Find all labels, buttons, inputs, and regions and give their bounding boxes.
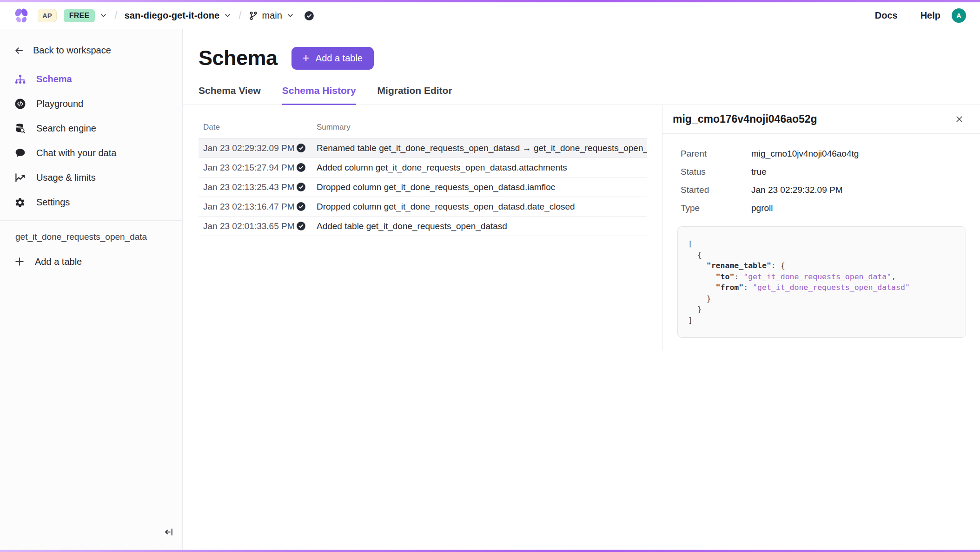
- detail-label: Status: [681, 167, 751, 177]
- chevron-down-icon: [286, 12, 294, 20]
- sidebar-nav: Schema Playground: [0, 67, 182, 215]
- code-line: "to": "get_it_done_requests_open_data",: [688, 271, 955, 283]
- arrow-left-icon: [14, 46, 24, 56]
- row-summary: Dropped column get_it_done_requests_open…: [317, 202, 647, 212]
- usage-chart-icon: [14, 172, 26, 184]
- breadcrumb-separator: /: [114, 9, 117, 22]
- sidebar-item-label: Playground: [36, 99, 83, 109]
- search-database-icon: [14, 123, 26, 134]
- code-line: }: [688, 293, 955, 304]
- tab-migration-editor[interactable]: Migration Editor: [377, 85, 452, 105]
- row-date: Jan 23 02:01:33.65 PM: [199, 221, 296, 231]
- sidebar-item-label: Usage & limits: [36, 172, 96, 183]
- detail-value-status: true: [751, 167, 966, 177]
- sidebar-item-label: Settings: [36, 197, 70, 208]
- gear-icon: [14, 197, 26, 208]
- chat-bubble-icon: [14, 147, 26, 159]
- plan-dropdown[interactable]: FREE: [64, 9, 107, 22]
- table-row[interactable]: Jan 23 02:13:16.47 PMDropped column get_…: [199, 197, 647, 217]
- collapse-sidebar-button[interactable]: [162, 525, 177, 539]
- detail-value-parent: mig_cmo10jv4noji046ao4tg: [751, 149, 966, 159]
- check-circle-icon: [296, 182, 317, 192]
- help-link[interactable]: Help: [920, 10, 940, 21]
- detail-value-type: pgroll: [751, 203, 966, 213]
- column-header-summary: Summary: [317, 123, 647, 132]
- row-summary: Dropped column get_it_done_requests_open…: [317, 182, 647, 192]
- tab-bar: Schema View Schema History Migration Edi…: [183, 70, 980, 105]
- breadcrumb-separator: /: [238, 9, 241, 22]
- table-row[interactable]: Jan 23 02:13:25.43 PMDropped column get_…: [199, 177, 647, 197]
- schema-sitemap-icon: [14, 73, 26, 85]
- close-panel-button[interactable]: [953, 112, 966, 126]
- table-row[interactable]: Jan 23 02:01:33.65 PMAdded table get_it_…: [199, 217, 647, 236]
- branch-status-check-icon: [304, 11, 314, 21]
- sidebar-item-schema[interactable]: Schema: [0, 67, 182, 92]
- code-line: {: [688, 250, 955, 261]
- check-circle-icon: [296, 221, 317, 231]
- check-circle-icon: [296, 143, 317, 153]
- sidebar-item-label: Search engine: [36, 123, 96, 134]
- detail-label: Type: [681, 203, 751, 213]
- row-date: Jan 23 02:29:32.09 PM: [199, 143, 296, 153]
- chevron-down-icon: [224, 12, 232, 20]
- plus-icon: +: [303, 52, 310, 64]
- back-to-workspace-label: Back to workspace: [33, 45, 111, 56]
- sidebar-add-table-button[interactable]: Add a table: [0, 256, 182, 267]
- workspace-badge[interactable]: AP: [38, 9, 57, 22]
- main-content: Schema + Add a table Schema View Schema …: [183, 29, 980, 550]
- sidebar-item-label: Schema: [36, 74, 72, 85]
- row-summary: Added table get_it_done_requests_open_da…: [317, 221, 647, 231]
- git-branch-icon: [249, 11, 258, 20]
- row-date: Jan 23 02:13:16.47 PM: [199, 202, 296, 212]
- sidebar-item-search-engine[interactable]: Search engine: [0, 116, 182, 141]
- row-summary: Renamed table get_it_done_requests_open_…: [317, 143, 647, 153]
- migration-json-code: [ { "rename_table": { "to": "get_it_done…: [677, 226, 966, 338]
- avatar[interactable]: A: [952, 8, 966, 23]
- row-date: Jan 23 02:13:25.43 PM: [199, 182, 296, 192]
- table-header-row: Date Summary: [199, 112, 647, 138]
- playground-code-icon: [14, 98, 26, 110]
- column-header-date: Date: [199, 123, 296, 132]
- chevron-down-icon: [99, 12, 107, 20]
- app-header: AP FREE / san-diego-get-it-done /: [0, 2, 980, 29]
- branch-name: main: [262, 10, 282, 21]
- migration-detail-panel: mig_cmo176v4noji046ao52g Parent mig_cmo1…: [662, 105, 980, 351]
- check-circle-icon: [296, 202, 317, 211]
- code-line: "rename_table": {: [688, 260, 955, 271]
- docs-link[interactable]: Docs: [875, 10, 898, 21]
- sidebar-item-usage[interactable]: Usage & limits: [0, 165, 182, 190]
- add-table-button[interactable]: + Add a table: [291, 47, 374, 70]
- tab-schema-history[interactable]: Schema History: [282, 85, 356, 105]
- sidebar-item-label: Chat with your data: [36, 148, 116, 158]
- plus-icon: [14, 256, 25, 267]
- back-to-workspace-link[interactable]: Back to workspace: [0, 41, 182, 59]
- check-circle-icon: [296, 163, 317, 172]
- sidebar-add-table-label: Add a table: [35, 256, 82, 267]
- bottom-accent-bar: [0, 550, 980, 552]
- sidebar-item-chat[interactable]: Chat with your data: [0, 141, 182, 165]
- detail-label: Parent: [681, 149, 751, 159]
- sidebar-item-playground[interactable]: Playground: [0, 92, 182, 116]
- project-name: san-diego-get-it-done: [125, 10, 219, 21]
- sidebar-item-settings[interactable]: Settings: [0, 190, 182, 215]
- close-icon: [954, 114, 964, 124]
- table-row[interactable]: Jan 23 02:29:32.09 PMRenamed table get_i…: [199, 138, 647, 158]
- tab-schema-view[interactable]: Schema View: [199, 85, 261, 105]
- collapse-arrow-icon: [164, 526, 175, 538]
- migration-id-title: mig_cmo176v4noji046ao52g: [673, 113, 817, 125]
- code-line: ]: [688, 315, 955, 326]
- add-table-button-label: Add a table: [316, 53, 363, 64]
- xata-logo-icon[interactable]: [12, 7, 31, 24]
- detail-label: Started: [681, 185, 751, 195]
- schema-history-table: Date Summary Jan 23 02:29:32.09 PMRename…: [183, 105, 662, 236]
- branch-dropdown[interactable]: main: [249, 10, 294, 21]
- code-line: "from": "get_it_done_requests_open_datas…: [688, 282, 955, 293]
- table-row[interactable]: Jan 23 02:15:27.94 PMAdded column get_it…: [199, 158, 647, 177]
- page-title: Schema: [199, 46, 278, 70]
- code-line: }: [688, 304, 955, 315]
- sidebar-table-link[interactable]: get_it_done_requests_open_data: [0, 221, 182, 242]
- page: AP FREE / san-diego-get-it-done /: [0, 0, 980, 552]
- project-dropdown[interactable]: san-diego-get-it-done: [125, 10, 232, 21]
- detail-value-started: Jan 23 02:29:32.09 PM: [751, 185, 966, 195]
- code-line: [: [688, 238, 955, 250]
